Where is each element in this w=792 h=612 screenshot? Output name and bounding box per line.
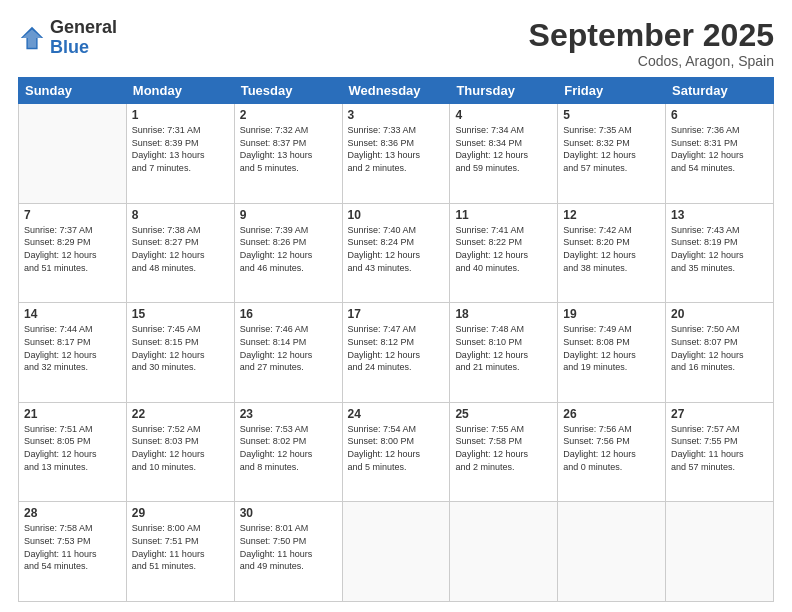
day-info: Sunrise: 7:57 AM Sunset: 7:55 PM Dayligh… — [671, 423, 768, 473]
calendar-page: General Blue September 2025 Codos, Arago… — [0, 0, 792, 612]
calendar-cell: 3Sunrise: 7:33 AM Sunset: 8:36 PM Daylig… — [342, 104, 450, 204]
day-number: 30 — [240, 506, 337, 520]
day-info: Sunrise: 7:47 AM Sunset: 8:12 PM Dayligh… — [348, 323, 445, 373]
day-info: Sunrise: 7:53 AM Sunset: 8:02 PM Dayligh… — [240, 423, 337, 473]
day-info: Sunrise: 7:51 AM Sunset: 8:05 PM Dayligh… — [24, 423, 121, 473]
calendar-cell: 13Sunrise: 7:43 AM Sunset: 8:19 PM Dayli… — [666, 203, 774, 303]
logo-icon — [18, 24, 46, 52]
day-info: Sunrise: 8:01 AM Sunset: 7:50 PM Dayligh… — [240, 522, 337, 572]
day-info: Sunrise: 7:50 AM Sunset: 8:07 PM Dayligh… — [671, 323, 768, 373]
weekday-header-thursday: Thursday — [450, 78, 558, 104]
day-number: 6 — [671, 108, 768, 122]
day-info: Sunrise: 7:39 AM Sunset: 8:26 PM Dayligh… — [240, 224, 337, 274]
calendar-cell: 23Sunrise: 7:53 AM Sunset: 8:02 PM Dayli… — [234, 402, 342, 502]
day-number: 23 — [240, 407, 337, 421]
day-info: Sunrise: 7:48 AM Sunset: 8:10 PM Dayligh… — [455, 323, 552, 373]
day-number: 26 — [563, 407, 660, 421]
calendar-cell: 19Sunrise: 7:49 AM Sunset: 8:08 PM Dayli… — [558, 303, 666, 403]
day-number: 4 — [455, 108, 552, 122]
day-number: 19 — [563, 307, 660, 321]
calendar-cell: 21Sunrise: 7:51 AM Sunset: 8:05 PM Dayli… — [19, 402, 127, 502]
calendar-cell: 24Sunrise: 7:54 AM Sunset: 8:00 PM Dayli… — [342, 402, 450, 502]
day-number: 21 — [24, 407, 121, 421]
day-number: 15 — [132, 307, 229, 321]
weekday-header-monday: Monday — [126, 78, 234, 104]
day-number: 17 — [348, 307, 445, 321]
day-info: Sunrise: 7:49 AM Sunset: 8:08 PM Dayligh… — [563, 323, 660, 373]
week-row-1: 1Sunrise: 7:31 AM Sunset: 8:39 PM Daylig… — [19, 104, 774, 204]
day-info: Sunrise: 7:41 AM Sunset: 8:22 PM Dayligh… — [455, 224, 552, 274]
svg-marker-1 — [22, 29, 42, 47]
day-number: 1 — [132, 108, 229, 122]
calendar-cell: 8Sunrise: 7:38 AM Sunset: 8:27 PM Daylig… — [126, 203, 234, 303]
logo-general: General — [50, 18, 117, 38]
day-info: Sunrise: 7:32 AM Sunset: 8:37 PM Dayligh… — [240, 124, 337, 174]
calendar-cell: 20Sunrise: 7:50 AM Sunset: 8:07 PM Dayli… — [666, 303, 774, 403]
header: General Blue September 2025 Codos, Arago… — [18, 18, 774, 69]
day-info: Sunrise: 7:44 AM Sunset: 8:17 PM Dayligh… — [24, 323, 121, 373]
day-number: 5 — [563, 108, 660, 122]
calendar-cell — [558, 502, 666, 602]
day-number: 2 — [240, 108, 337, 122]
calendar-cell: 2Sunrise: 7:32 AM Sunset: 8:37 PM Daylig… — [234, 104, 342, 204]
calendar-cell: 4Sunrise: 7:34 AM Sunset: 8:34 PM Daylig… — [450, 104, 558, 204]
day-number: 7 — [24, 208, 121, 222]
calendar-cell: 17Sunrise: 7:47 AM Sunset: 8:12 PM Dayli… — [342, 303, 450, 403]
day-info: Sunrise: 7:43 AM Sunset: 8:19 PM Dayligh… — [671, 224, 768, 274]
day-number: 10 — [348, 208, 445, 222]
title-area: September 2025 Codos, Aragon, Spain — [529, 18, 774, 69]
day-info: Sunrise: 7:35 AM Sunset: 8:32 PM Dayligh… — [563, 124, 660, 174]
day-info: Sunrise: 7:58 AM Sunset: 7:53 PM Dayligh… — [24, 522, 121, 572]
day-info: Sunrise: 7:37 AM Sunset: 8:29 PM Dayligh… — [24, 224, 121, 274]
calendar-cell — [666, 502, 774, 602]
weekday-header-sunday: Sunday — [19, 78, 127, 104]
day-number: 13 — [671, 208, 768, 222]
day-info: Sunrise: 7:31 AM Sunset: 8:39 PM Dayligh… — [132, 124, 229, 174]
weekday-header-tuesday: Tuesday — [234, 78, 342, 104]
location-subtitle: Codos, Aragon, Spain — [529, 53, 774, 69]
calendar-cell: 11Sunrise: 7:41 AM Sunset: 8:22 PM Dayli… — [450, 203, 558, 303]
day-info: Sunrise: 7:40 AM Sunset: 8:24 PM Dayligh… — [348, 224, 445, 274]
day-info: Sunrise: 7:55 AM Sunset: 7:58 PM Dayligh… — [455, 423, 552, 473]
weekday-header-friday: Friday — [558, 78, 666, 104]
week-row-5: 28Sunrise: 7:58 AM Sunset: 7:53 PM Dayli… — [19, 502, 774, 602]
month-title: September 2025 — [529, 18, 774, 53]
calendar-cell — [342, 502, 450, 602]
day-info: Sunrise: 7:42 AM Sunset: 8:20 PM Dayligh… — [563, 224, 660, 274]
logo: General Blue — [18, 18, 117, 58]
day-info: Sunrise: 7:34 AM Sunset: 8:34 PM Dayligh… — [455, 124, 552, 174]
calendar-cell — [19, 104, 127, 204]
calendar-cell: 22Sunrise: 7:52 AM Sunset: 8:03 PM Dayli… — [126, 402, 234, 502]
day-number: 3 — [348, 108, 445, 122]
day-info: Sunrise: 7:38 AM Sunset: 8:27 PM Dayligh… — [132, 224, 229, 274]
day-number: 20 — [671, 307, 768, 321]
week-row-2: 7Sunrise: 7:37 AM Sunset: 8:29 PM Daylig… — [19, 203, 774, 303]
calendar-cell: 10Sunrise: 7:40 AM Sunset: 8:24 PM Dayli… — [342, 203, 450, 303]
day-number: 18 — [455, 307, 552, 321]
calendar-cell: 18Sunrise: 7:48 AM Sunset: 8:10 PM Dayli… — [450, 303, 558, 403]
day-number: 12 — [563, 208, 660, 222]
day-number: 28 — [24, 506, 121, 520]
logo-blue: Blue — [50, 38, 117, 58]
calendar-cell: 28Sunrise: 7:58 AM Sunset: 7:53 PM Dayli… — [19, 502, 127, 602]
calendar-table: SundayMondayTuesdayWednesdayThursdayFrid… — [18, 77, 774, 602]
calendar-cell: 25Sunrise: 7:55 AM Sunset: 7:58 PM Dayli… — [450, 402, 558, 502]
day-number: 22 — [132, 407, 229, 421]
calendar-cell: 6Sunrise: 7:36 AM Sunset: 8:31 PM Daylig… — [666, 104, 774, 204]
day-number: 14 — [24, 307, 121, 321]
calendar-cell: 16Sunrise: 7:46 AM Sunset: 8:14 PM Dayli… — [234, 303, 342, 403]
weekday-header-saturday: Saturday — [666, 78, 774, 104]
day-number: 29 — [132, 506, 229, 520]
day-info: Sunrise: 7:54 AM Sunset: 8:00 PM Dayligh… — [348, 423, 445, 473]
calendar-cell: 14Sunrise: 7:44 AM Sunset: 8:17 PM Dayli… — [19, 303, 127, 403]
calendar-cell: 27Sunrise: 7:57 AM Sunset: 7:55 PM Dayli… — [666, 402, 774, 502]
calendar-cell: 7Sunrise: 7:37 AM Sunset: 8:29 PM Daylig… — [19, 203, 127, 303]
weekday-header-wednesday: Wednesday — [342, 78, 450, 104]
calendar-cell: 29Sunrise: 8:00 AM Sunset: 7:51 PM Dayli… — [126, 502, 234, 602]
day-info: Sunrise: 7:36 AM Sunset: 8:31 PM Dayligh… — [671, 124, 768, 174]
day-info: Sunrise: 8:00 AM Sunset: 7:51 PM Dayligh… — [132, 522, 229, 572]
day-info: Sunrise: 7:56 AM Sunset: 7:56 PM Dayligh… — [563, 423, 660, 473]
day-number: 11 — [455, 208, 552, 222]
day-number: 9 — [240, 208, 337, 222]
day-info: Sunrise: 7:52 AM Sunset: 8:03 PM Dayligh… — [132, 423, 229, 473]
